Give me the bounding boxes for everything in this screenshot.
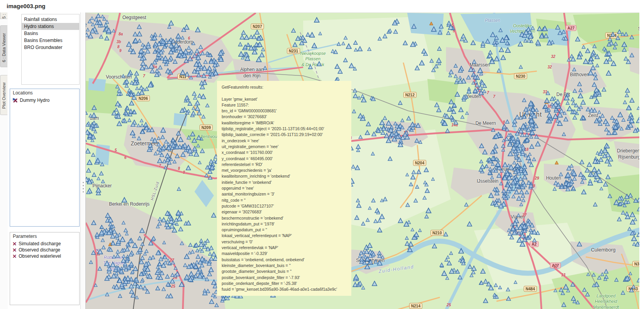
gfi-line: verticaal_referentievlak = 'NAP' <box>222 245 347 251</box>
road-shield-n210: N210 <box>430 230 444 236</box>
layer-item-hydro-stations[interactable]: Hydro stations <box>22 23 79 30</box>
gfi-lines: GetFeatureInfo results: Layer 'gmw_kense… <box>222 84 347 292</box>
tab-plot-overview[interactable]: Plot Overview <box>0 75 7 115</box>
gfi-line: kleinste_diameter_bovenkant_buis = '' <box>222 263 347 269</box>
motorway-exit-number: 6a <box>153 65 157 69</box>
parameter-item-simulated-discharge[interactable]: ✕Simulated discharge <box>10 241 79 247</box>
gfi-line: uit_registratie_genomen = 'nee' <box>222 144 347 150</box>
gfi-line: kwaliteitsregime = 'IMBRO/A' <box>222 120 347 126</box>
motorway-exit-number: 14 <box>403 131 408 135</box>
map-label-layer: OegstgeestLeiderdorpVoorschotenAlphen aa… <box>86 13 639 309</box>
gfi-line: x_coordinaat = '101760.000' <box>222 150 347 155</box>
road-shield-n204: N204 <box>413 160 426 166</box>
gfi-line: GetFeatureInfo results: <box>222 84 347 90</box>
motorway-exit-number: 6 <box>124 155 127 160</box>
water-label-plassen: Plassen <box>485 17 500 23</box>
motorway-exit-number: 5 <box>451 23 454 27</box>
layers-list: Rainfall stationsHydro stationsBasinsBas… <box>21 14 80 85</box>
gfi-line: opgeruimd = 'nee' <box>222 185 347 191</box>
motorway-exit-number: 7 <box>143 74 145 78</box>
map-viewport[interactable]: OegstgeestLeiderdorpVoorschotenAlphen aa… <box>85 12 639 309</box>
gfi-line: Layer 'gmw_kenset' <box>222 96 347 102</box>
city-label-zeist: Zeist <box>588 113 598 119</box>
gfi-line: aantal_monitoringbuizen = '3' <box>222 191 347 197</box>
parameters-title: Parameters <box>10 232 79 241</box>
road-shield-n230: N230 <box>514 73 527 79</box>
motorway-exit-number: 26 <box>173 276 177 280</box>
nature-label-marienwaerdt: Landgoed Heerlijkheid Mariënwaerdt <box>593 293 619 309</box>
map-base-svg <box>86 13 639 309</box>
gfi-line: positie_bovenkant_ondiepste_filter = '-7… <box>222 275 347 281</box>
getfeatureinfo-popup: GetFeatureInfo results: Layer 'gmw_kense… <box>217 81 351 296</box>
layer-item-basins[interactable]: Basins <box>22 30 79 37</box>
city-label-oegstgeest: Oegstgeest <box>122 15 146 21</box>
motorway-exit-number: 7 <box>487 91 489 95</box>
x-mark-icon: ✕ <box>12 248 17 253</box>
location-item-dummy-hydro[interactable]: Dummy Hydro <box>10 97 79 103</box>
x-mark-icon: ✕ <box>12 241 17 246</box>
road-shield-n320: N320 <box>632 261 639 267</box>
motorway-exit-number: 5 <box>453 29 455 33</box>
parameter-item-observed-discharge[interactable]: ✕Observed discharge <box>10 247 79 253</box>
gfi-line: eigenaar = '30276683' <box>222 209 347 215</box>
province-label-zuid-holland-river: Zuid-Holland <box>378 264 414 275</box>
gfi-line: lokaal_verticaal_referentiepunt = 'NAP' <box>222 233 347 239</box>
road-shield-n206: N206 <box>137 96 150 101</box>
motorway-exit-number: 12 <box>553 264 557 269</box>
tab-5-f[interactable]: 5 : F <box>0 12 7 19</box>
motorway-exit-number: 30 <box>547 104 551 108</box>
motorway-exit-number: 8 <box>178 166 180 171</box>
airplane-icon: ✈ <box>93 246 101 254</box>
motorway-exit-number: 32 <box>547 65 552 69</box>
city-label-alphen-aan-den-rijn: Alphen aan den Rijn <box>240 67 264 79</box>
gfi-line: nitg_code = '' <box>222 197 347 203</box>
gfi-line: kwaliteitsnorm_inrichting = 'onbekend' <box>222 173 347 179</box>
city-label-pijnacker: Pijnacker <box>92 183 111 189</box>
left-tab-strip: 5 : F 6 : Data Viewer Plot Overview <box>0 12 8 309</box>
motorway-exit-number: 29 <box>535 176 539 180</box>
motorway-exit-number: 8 <box>503 120 505 124</box>
motorway-exit-number: 13 <box>561 273 565 277</box>
gfi-line: verschuiving = '0' <box>222 239 347 245</box>
gfi-line: initiele_functie = 'onbekend' <box>222 180 347 185</box>
gfi-line: tijdstip_registratie_object = '2020-11-1… <box>222 126 347 132</box>
city-label-driebergen-rijsenburg: Driebergen- Rijsenburg <box>617 148 639 160</box>
city-label-vianen: Vianen <box>510 214 525 220</box>
motorway-exit-number: 5 <box>115 148 117 152</box>
city-label-culemborg: Culemborg <box>591 247 616 253</box>
motorway-exit-number: 27 <box>170 258 174 262</box>
gfi-line: putcode = 'GMW31C127107' <box>222 203 347 209</box>
gfi-line: referentiestelsel = 'RD' <box>222 162 347 168</box>
parameter-item-label: Observed discharge <box>19 247 60 253</box>
map-markers-svg <box>86 13 639 309</box>
gfi-line: grootste_diameter_bovenkant_buis = '' <box>222 269 347 274</box>
motorway-exit-number: 7 <box>204 79 206 84</box>
motorway-exit-number: 28 <box>531 184 535 188</box>
locations-panel: Locations Dummy Hydro <box>10 89 80 227</box>
city-label-voorschoten: Voorschoten <box>106 74 132 80</box>
layer-item-bro-groundwater[interactable]: BRO Groundwater <box>22 44 79 51</box>
gfi-line: buisstatus = 'onbekend, onbekend, onbeke… <box>222 257 347 263</box>
gfi-line <box>222 90 347 96</box>
motorway-exit-number: 9 <box>119 49 122 53</box>
splitter-handle[interactable] <box>81 12 85 309</box>
gfi-line: beschermconstructie = 'onbekend' <box>222 215 347 221</box>
city-label-de-bilt: De Bilt <box>556 92 570 98</box>
layer-item-rainfall-stations[interactable]: Rainfall stations <box>22 16 79 23</box>
layer-item-basins-ensembles[interactable]: Basins Ensembles <box>22 37 79 44</box>
motorway-exit-number: 25 <box>446 303 451 307</box>
groundwater-triangle-markers <box>86 14 639 307</box>
gfi-line: tijdstip_laatste_correctie = '2021-05-11… <box>222 132 347 138</box>
parameter-item-observed-waterlevel[interactable]: ✕Observed waterlevel <box>10 253 79 259</box>
parameter-item-label: Observed waterlevel <box>19 253 61 259</box>
gfi-line: in_onderzoek = 'nee' <box>222 138 347 144</box>
rail-label-hsl-zuid: HSL-Zuid <box>149 181 160 201</box>
motorway-exit-number: 3b <box>116 40 121 44</box>
gfi-line: bro_id = 'GMW000000038681' <box>222 108 347 114</box>
road-shield-n212: N212 <box>403 92 417 98</box>
road-shield-n231: N231 <box>287 48 300 54</box>
city-label-ijsselstein: IJsselstein <box>477 178 498 185</box>
gfi-line: opruimingsdatum_put = '' <box>222 227 347 233</box>
tab-data-viewer[interactable]: 6 : Data Viewer <box>0 25 7 67</box>
location-item-label: Dummy Hydro <box>20 98 50 103</box>
